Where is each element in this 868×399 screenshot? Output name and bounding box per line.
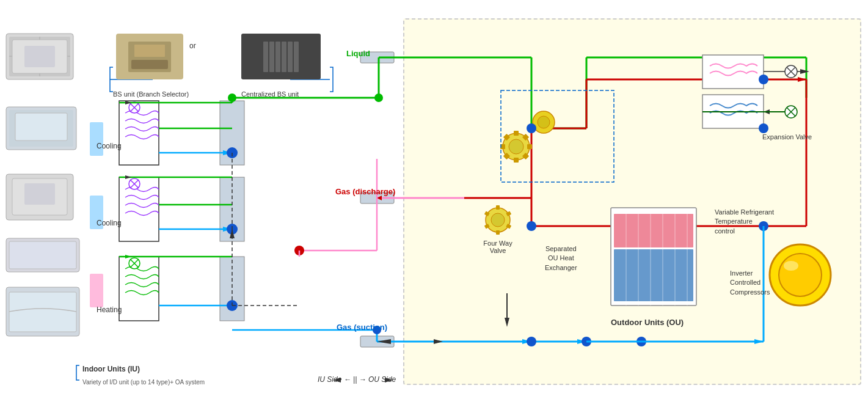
- svg-line-30: [130, 259, 139, 268]
- svg-point-68: [227, 300, 238, 311]
- svg-marker-62: [223, 150, 232, 155]
- svg-rect-11: [24, 183, 55, 205]
- svg-rect-13: [9, 241, 76, 269]
- svg-rect-5: [24, 46, 55, 67]
- svg-rect-15: [9, 292, 76, 332]
- expansion-valve-label: Expansion Valve: [762, 133, 812, 141]
- inverter-label: InverterControlledCompressors: [730, 269, 770, 297]
- svg-rect-9: [6, 174, 73, 220]
- svg-marker-47: [125, 101, 131, 104]
- svg-rect-53: [360, 336, 394, 347]
- liquid-label: Liquid: [346, 49, 370, 58]
- svg-marker-49: [125, 175, 131, 179]
- svg-point-44: [374, 93, 383, 102]
- svg-rect-26: [119, 257, 159, 321]
- svg-rect-4: [12, 40, 67, 73]
- bs-unit-image: [116, 34, 183, 79]
- svg-rect-16: [119, 101, 159, 165]
- svg-rect-27: [90, 274, 103, 307]
- svg-rect-6: [6, 107, 76, 150]
- svg-rect-17: [90, 122, 103, 156]
- svg-marker-72: [230, 229, 235, 238]
- heating-label: Heating: [97, 306, 122, 314]
- svg-line-25: [130, 180, 139, 188]
- svg-line-19: [130, 103, 139, 112]
- iu-ou-side-label: IU Side ← || → OU Side: [318, 375, 396, 384]
- svg-point-80: [294, 246, 304, 255]
- ou-area: [403, 18, 861, 385]
- svg-point-28: [129, 258, 140, 269]
- svg-rect-12: [6, 238, 79, 272]
- vrt-label: Variable RefrigerantTemperaturecontrol: [715, 208, 774, 236]
- svg-point-23: [129, 178, 140, 189]
- svg-line-24: [130, 180, 139, 188]
- four-way-valve-label: Four Way Valve: [476, 240, 519, 254]
- indoor-units-label: Indoor Units (IU): [82, 365, 140, 373]
- svg-point-66: [227, 147, 238, 158]
- svg-marker-149: [377, 339, 391, 344]
- svg-point-67: [227, 224, 238, 235]
- bs-unit-label: BS unit (Branch Selector): [113, 90, 189, 98]
- svg-line-20: [130, 103, 139, 112]
- gas-suction-label: Gas (suction): [337, 323, 387, 333]
- svg-rect-14: [6, 287, 79, 336]
- svg-marker-64: [223, 227, 232, 232]
- gas-discharge-label: Gas (discharge): [335, 187, 395, 197]
- svg-rect-10: [12, 178, 67, 215]
- outdoor-units-label: Outdoor Units (OU): [611, 318, 684, 327]
- separated-ou-label: SeparatedOU HeatExchanger: [545, 244, 577, 273]
- svg-rect-21: [119, 177, 159, 241]
- svg-rect-7: [9, 110, 73, 147]
- svg-point-160: [228, 93, 236, 102]
- centralized-bs-image: [241, 34, 321, 79]
- cooling-label-2: Cooling: [97, 219, 122, 227]
- centralized-bs-label: Centralized BS unit: [241, 90, 299, 98]
- svg-rect-0: [6, 34, 73, 79]
- svg-rect-33: [220, 257, 244, 321]
- svg-marker-52: [125, 255, 131, 258]
- variety-text: Variety of I/D unit (up to 14 type)+ OA …: [82, 379, 205, 386]
- or-label: or: [189, 42, 196, 50]
- svg-rect-1: [9, 37, 70, 76]
- svg-rect-31: [220, 101, 244, 165]
- svg-line-29: [130, 259, 139, 268]
- main-container: BS unit (Branch Selector) or Centralized…: [0, 0, 868, 399]
- cooling-label-1: Cooling: [97, 142, 122, 150]
- svg-rect-32: [220, 177, 244, 241]
- svg-point-18: [129, 102, 140, 113]
- svg-rect-8: [15, 113, 67, 141]
